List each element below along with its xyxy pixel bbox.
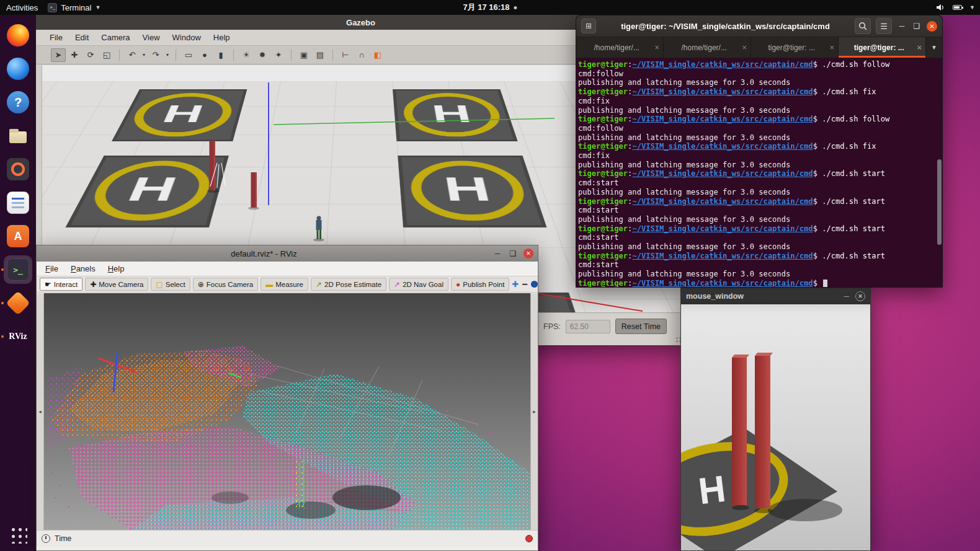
maximize-button[interactable]: ❑	[912, 22, 922, 30]
redo-button[interactable]: ↷	[148, 48, 163, 62]
rviz-tool-measure[interactable]: ▬Measure	[261, 278, 308, 291]
dock-item-libreoffice-writer[interactable]	[4, 188, 32, 217]
tab-close-button[interactable]: ×	[654, 43, 659, 52]
rviz-tool-2d-nav-goal[interactable]: ↗2D Nav Goal	[389, 278, 448, 291]
reset-time-button[interactable]: Reset Time	[615, 319, 667, 334]
terminal-tab-3[interactable]: tiger@tiger: ...×	[751, 37, 839, 58]
add-tool-button[interactable]: ✚	[512, 280, 519, 289]
rviz-menu-help[interactable]: Help	[102, 262, 131, 275]
minimize-button[interactable]: ─	[844, 292, 849, 301]
rviz-tool-move-camera[interactable]: ✚Move Camera	[85, 278, 148, 291]
fps-field: 62.50	[566, 320, 610, 333]
rviz-titlebar[interactable]: default.rviz* - RViz ─ ❑ ✕	[37, 245, 538, 262]
translate-tool[interactable]: ✚	[67, 48, 82, 62]
mouse-window-titlebar[interactable]: mouse_window ─ ✕	[681, 288, 870, 304]
minimize-button[interactable]: ─	[897, 22, 907, 30]
dock-item-help[interactable]: ?	[4, 88, 32, 117]
tab-label: /home/tiger/...	[581, 43, 652, 52]
publish-point-icon: ●	[456, 281, 460, 288]
close-button[interactable]: ✕	[855, 291, 865, 301]
box-shape-button[interactable]: ▭	[181, 48, 196, 62]
dock-item-gazebo[interactable]	[4, 289, 32, 317]
close-button[interactable]: ✕	[523, 249, 533, 258]
dock-item-terminal[interactable]: >_	[4, 255, 32, 284]
minimize-button[interactable]: ─	[492, 249, 502, 258]
panel-close-icon[interactable]	[525, 535, 533, 542]
paste-button[interactable]: ▤	[313, 48, 327, 62]
gazebo-menu-file[interactable]: File	[43, 31, 69, 44]
terminal-output[interactable]: tiger@tiger:~/VISIM_single/catkin_ws/src…	[576, 59, 942, 287]
toolbar-separator	[176, 50, 176, 61]
terminal-tabbar: /home/tiger/...×/home/tiger/...×tiger@ti…	[576, 37, 942, 58]
prompt-user: tiger@tiger	[578, 87, 628, 96]
point-light-button[interactable]: ✹	[255, 48, 270, 62]
focused-app-menu[interactable]: >_ Terminal ▼	[48, 3, 100, 12]
undo-history-button[interactable]: ▾	[141, 48, 147, 62]
dock-item-files[interactable]	[4, 121, 32, 150]
terminal-scrollbar[interactable]	[937, 159, 942, 245]
rviz-3d-view[interactable]: ◂ ▸	[37, 293, 538, 530]
rviz-tool-publish-point[interactable]: ●Publish Point	[451, 278, 509, 291]
spot-light-button[interactable]: ✦	[271, 48, 286, 62]
prompt-dollar: $	[813, 115, 822, 123]
rviz-tool-2d-pose-estimate[interactable]: ↗2D Pose Estimate	[311, 278, 386, 291]
tab-close-button[interactable]: ×	[742, 43, 747, 52]
terminal-tab-1[interactable]: /home/tiger/...×	[576, 37, 664, 58]
clock-menu[interactable]: 7月 17 16:18	[463, 2, 517, 13]
terminal-line: publishing and latching message for 3.0 …	[578, 188, 940, 197]
maximize-button[interactable]: ❑	[508, 249, 518, 258]
copy-button[interactable]: ▣	[296, 48, 311, 62]
terminal-line: tiger@tiger:~/VISIM_single/catkin_ws/src…	[578, 197, 940, 206]
window-switcher-icon[interactable]: ⊞	[581, 19, 596, 33]
dock-item-rviz[interactable]: RViz	[4, 322, 32, 351]
rviz-menu-file[interactable]: File	[39, 262, 65, 275]
gazebo-menu-window[interactable]: Window	[166, 31, 207, 44]
terminal-line: tiger@tiger:~/VISIM_single/catkin_ws/src…	[578, 279, 940, 287]
menu-button[interactable]: ☰	[876, 18, 892, 34]
rviz-tool-select[interactable]: ▢Select	[151, 278, 190, 291]
rviz-tool-focus-camera[interactable]: ⊕Focus Camera	[193, 278, 258, 291]
rviz-tool-interact[interactable]: ☛Interact	[40, 278, 82, 291]
prompt-path: ~/VISIM_single/catkin_ws/src/captain/cmd	[632, 224, 813, 233]
undo-button[interactable]: ↶	[125, 48, 140, 62]
snap-button[interactable]: ∩	[354, 48, 369, 62]
search-button[interactable]	[855, 18, 871, 34]
cylinder-shape-button[interactable]: ▮	[213, 48, 228, 62]
tab-list-caret[interactable]: ▼	[926, 37, 942, 58]
rotate-tool[interactable]: ⟳	[83, 48, 98, 62]
activities-button[interactable]: Activities	[6, 3, 38, 12]
terminal-app-icon: >_	[48, 3, 57, 12]
gazebo-menu-help[interactable]: Help	[207, 31, 236, 44]
terminal-tab-2[interactable]: /home/tiger/...×	[664, 37, 751, 58]
mouse-window-title: mouse_window	[686, 292, 837, 301]
scale-tool[interactable]: ◱	[99, 48, 114, 62]
gazebo-menu-view[interactable]: View	[136, 31, 166, 44]
tab-close-button[interactable]: ×	[829, 43, 834, 52]
redo-history-button[interactable]: ▾	[164, 48, 171, 62]
dock-item-show-applications[interactable]	[4, 520, 32, 549]
dock-item-ubuntu-software[interactable]: A	[4, 222, 32, 250]
terminal-tab-4[interactable]: tiger@tiger: ...×	[839, 37, 926, 58]
sun-light-button[interactable]: ☀	[239, 48, 254, 62]
dock-item-firefox[interactable]	[4, 21, 32, 50]
gazebo-menu-camera[interactable]: Camera	[95, 31, 136, 44]
command-text: ./cmd.sh fix	[822, 142, 876, 151]
rviz-menu-panels[interactable]: Panels	[65, 262, 102, 275]
dock-item-rhythmbox[interactable]	[4, 155, 32, 183]
terminal-headerbar[interactable]: ⊞ tiger@tiger: ~/VISIM_single/catkin_ws/…	[576, 15, 942, 37]
mouse-window: mouse_window ─ ✕ H	[680, 288, 871, 551]
sphere-shape-button[interactable]: ●	[197, 48, 212, 62]
pillar-base-shadow	[754, 508, 773, 513]
align-button[interactable]: ⊢	[338, 48, 353, 62]
remove-tool-button[interactable]: ━	[522, 280, 527, 289]
view-angle-button[interactable]: ◧	[370, 48, 385, 62]
gazebo-menu-edit[interactable]: Edit	[69, 31, 95, 44]
tab-close-button[interactable]: ×	[917, 43, 922, 52]
views-panel-handle[interactable]: ▸	[530, 293, 538, 530]
system-status-area[interactable]: ▼	[935, 3, 975, 12]
dock-item-messenger[interactable]	[4, 55, 32, 83]
select-tool[interactable]: ➤	[51, 48, 66, 62]
close-button[interactable]: ✕	[927, 21, 937, 32]
displays-panel-handle[interactable]: ◂	[37, 293, 44, 530]
command-text: ./cmd.sh start	[822, 252, 885, 260]
